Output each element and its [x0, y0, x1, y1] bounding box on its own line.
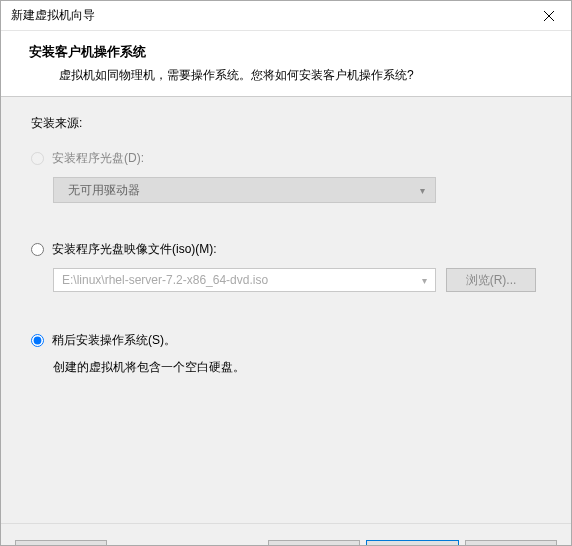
option-iso[interactable]: 安装程序光盘映像文件(iso)(M): [31, 241, 541, 258]
browse-label: 浏览(R)... [466, 272, 517, 289]
option-disc: 安装程序光盘(D): [31, 150, 541, 167]
browse-button[interactable]: 浏览(R)... [446, 268, 536, 292]
chevron-down-icon: ▾ [422, 275, 427, 286]
close-icon [544, 11, 554, 21]
disc-dropdown-wrap: 无可用驱动器 ▾ [53, 177, 541, 203]
radio-later[interactable] [31, 334, 44, 347]
page-title: 安装客户机操作系统 [29, 43, 551, 61]
iso-row: E:\linux\rhel-server-7.2-x86_64-dvd.iso … [53, 268, 541, 292]
radio-disc-label: 安装程序光盘(D): [52, 150, 144, 167]
wizard-footer: 帮助 < 上一步(B) 下一步(N) > 取消 [1, 523, 571, 546]
option-later[interactable]: 稍后安装操作系统(S)。 [31, 332, 541, 349]
radio-iso[interactable] [31, 243, 44, 256]
window-title: 新建虚拟机向导 [11, 7, 95, 24]
help-button[interactable]: 帮助 [15, 540, 107, 547]
titlebar: 新建虚拟机向导 [1, 1, 571, 31]
chevron-down-icon: ▾ [420, 185, 425, 196]
close-button[interactable] [526, 1, 571, 31]
page-description: 虚拟机如同物理机，需要操作系统。您将如何安装客户机操作系统? [59, 67, 551, 84]
source-label: 安装来源: [31, 115, 541, 132]
iso-path-text: E:\linux\rhel-server-7.2-x86_64-dvd.iso [62, 273, 268, 287]
back-button[interactable]: < 上一步(B) [268, 540, 360, 547]
radio-later-label: 稍后安装操作系统(S)。 [52, 332, 176, 349]
radio-disc [31, 152, 44, 165]
drive-dropdown: 无可用驱动器 ▾ [53, 177, 436, 203]
wizard-content: 安装来源: 安装程序光盘(D): 无可用驱动器 ▾ 安装程序光盘映像文件(iso… [1, 97, 571, 523]
next-button[interactable]: 下一步(N) > [366, 540, 459, 547]
radio-iso-label: 安装程序光盘映像文件(iso)(M): [52, 241, 217, 258]
wizard-header: 安装客户机操作系统 虚拟机如同物理机，需要操作系统。您将如何安装客户机操作系统? [1, 31, 571, 97]
cancel-button[interactable]: 取消 [465, 540, 557, 547]
iso-path-input[interactable]: E:\linux\rhel-server-7.2-x86_64-dvd.iso … [53, 268, 436, 292]
drive-dropdown-text: 无可用驱动器 [68, 182, 140, 199]
later-description: 创建的虚拟机将包含一个空白硬盘。 [53, 359, 541, 376]
